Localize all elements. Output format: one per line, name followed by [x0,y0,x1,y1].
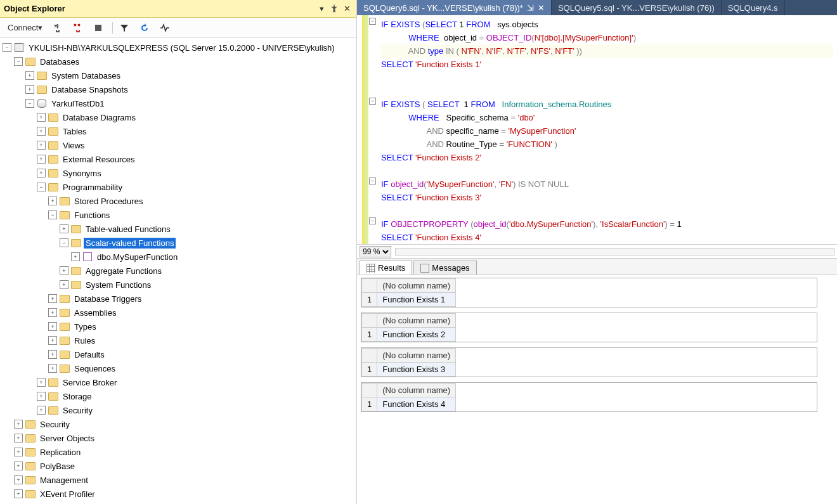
databases-node[interactable]: −Databases [3,55,356,68]
message-icon [420,264,429,273]
object-explorer-panel: Object Explorer ▾ ✕ Connect ▾ −YKULISH-N… [0,0,356,504]
stop-icon[interactable] [89,20,107,36]
connect-button[interactable]: Connect ▾ [4,20,46,36]
tab-query6[interactable]: SQLQuery6.sql - YK...VERSE\ykulish (78))… [357,0,552,15]
scroll-track[interactable] [395,248,834,255]
types-node[interactable]: +Types [3,320,356,333]
close-tab-icon[interactable]: ✕ [538,3,545,13]
grid-icon [367,264,375,273]
snapshots-node[interactable]: +Database Snapshots [3,82,356,96]
synonyms-node[interactable]: +Synonyms [3,166,356,180]
change-margin [357,15,365,244]
myfn-node[interactable]: +dbo.MySuperFunction [3,250,356,264]
fold-icon[interactable]: − [369,98,376,105]
rules-node[interactable]: +Rules [3,333,356,347]
fold-icon[interactable]: − [369,217,376,224]
messages-tab[interactable]: Messages [413,261,476,275]
sysdb-node[interactable]: +System Databases [3,68,356,82]
repl-node[interactable]: +Replication [3,445,356,459]
dbsec-node[interactable]: +Security [3,403,356,417]
svg-rect-0 [95,25,101,31]
mgmt-node[interactable]: +Management [3,473,356,487]
sb-node[interactable]: +Service Broker [3,375,356,389]
dropdown-icon[interactable]: ▾ [316,3,327,15]
fold-column[interactable]: − − − − [368,15,377,244]
seq-node[interactable]: +Sequences [3,361,356,375]
functions-node[interactable]: −Functions [3,208,356,222]
explorer-toolbar: Connect ▾ [0,18,356,38]
refresh-icon[interactable] [136,20,153,36]
document-tabs: SQLQuery6.sql - YK...VERSE\ykulish (78))… [357,0,837,15]
tables-node[interactable]: +Tables [3,124,356,138]
result-grid-2[interactable]: (No column name)1Function Exists 2 [361,313,817,342]
aggfn-node[interactable]: +Aggregate Functions [3,264,356,278]
zoom-select[interactable]: 99 % [360,246,391,257]
tab-query4[interactable]: SQLQuery4.s [722,0,785,15]
disconnect-icon[interactable] [49,20,67,36]
sp-node[interactable]: +Stored Procedures [3,194,356,208]
result-grid-1[interactable]: (No column name)1Function Exists 1 [361,278,817,307]
object-tree[interactable]: −YKULISH-NB\YARKULSQLEXPRESS (SQL Server… [0,38,356,504]
filter-icon[interactable] [115,20,133,36]
activity-icon[interactable] [156,20,174,36]
pin-icon[interactable]: ⇲ [527,3,534,13]
diagrams-node[interactable]: +Database Diagrams [3,110,356,124]
xev-node[interactable]: +XEvent Profiler [3,487,356,501]
asm-node[interactable]: +Assemblies [3,306,356,320]
prog-node[interactable]: −Programmability [3,180,356,194]
result-grid-4[interactable]: (No column name)1Function Exists 4 [361,382,817,412]
results-pane[interactable]: (No column name)1Function Exists 1 (No c… [357,275,837,504]
fold-icon[interactable]: − [369,18,376,25]
pin-icon[interactable] [328,3,340,15]
svf-node[interactable]: −Scalar-valued Functions [3,236,356,250]
result-tabs: Results Messages [357,258,837,275]
zoom-bar: 99 % [357,244,837,258]
close-icon[interactable]: ✕ [341,3,353,15]
testdb-node[interactable]: −YarkulTestDb1 [3,96,356,110]
result-grid-3[interactable]: (No column name)1Function Exists 3 [361,347,817,377]
tab-query5[interactable]: SQLQuery5.sql - YK...VERSE\ykulish (76)) [552,0,722,15]
fold-icon[interactable]: − [369,178,376,184]
disconnect-all-icon[interactable] [69,20,87,36]
poly-node[interactable]: +PolyBase [3,459,356,473]
tvf-node[interactable]: +Table-valued Functions [3,222,356,236]
storage-node[interactable]: +Storage [3,389,356,403]
code-editor[interactable]: − − − − IF EXISTS (SELECT 1 FROM sys.obj… [357,15,837,244]
panel-title: Object Explorer [4,4,315,13]
views-node[interactable]: +Views [3,138,356,152]
trig-node[interactable]: +Database Triggers [3,292,356,306]
results-tab[interactable]: Results [360,261,412,275]
server-node[interactable]: −YKULISH-NB\YARKULSQLEXPRESS (SQL Server… [3,41,356,55]
panel-titlebar: Object Explorer ▾ ✕ [0,0,356,18]
code-text[interactable]: IF EXISTS (SELECT 1 FROM sys.objects WHE… [377,15,837,244]
editor-panel: SQLQuery6.sql - YK...VERSE\ykulish (78))… [356,0,837,504]
sysfn-node[interactable]: +System Functions [3,278,356,292]
defaults-node[interactable]: +Defaults [3,347,356,361]
sec-node[interactable]: +Security [3,417,356,431]
separator [112,22,113,34]
extres-node[interactable]: +External Resources [3,152,356,166]
srvobj-node[interactable]: +Server Objects [3,431,356,445]
